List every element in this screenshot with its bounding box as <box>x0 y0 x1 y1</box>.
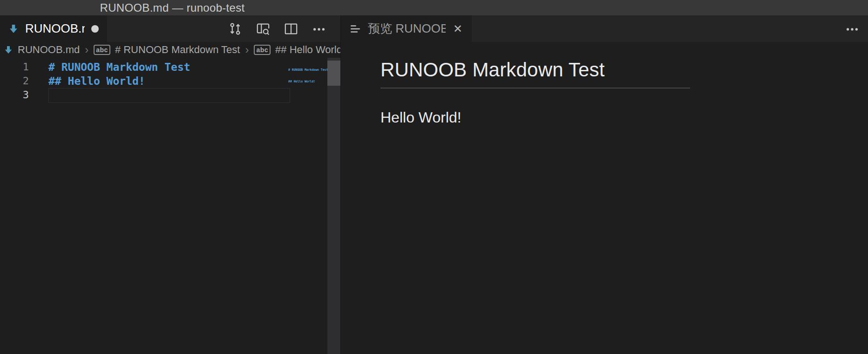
breadcrumb: RUNOOB.md › abc # RUNOOB Markdown Test ›… <box>0 42 340 58</box>
markdown-preview-pane[interactable]: RUNOOB Markdown Test Hello World! <box>341 42 868 354</box>
titlebar: RUNOOB.md — runoob-test <box>0 0 868 15</box>
code-text[interactable]: # RUNOOB Markdown Test <box>48 60 190 74</box>
line-number: 2 <box>0 74 29 88</box>
open-preview-side-icon[interactable] <box>256 21 271 36</box>
code-editor[interactable]: 1 # RUNOOB Markdown Test 2 ## Hello Worl… <box>0 58 340 354</box>
preview-outline-icon <box>349 23 361 35</box>
more-actions-icon[interactable] <box>312 21 326 36</box>
editor-group-source: RUNOOB.md <box>0 15 340 354</box>
markdown-file-icon <box>4 45 13 54</box>
line-number: 3 <box>0 88 29 102</box>
minimap[interactable]: # RUNOOB Markdown Test ## Hello World! <box>288 60 327 125</box>
tab-preview-runoob-md[interactable]: 预览 RUNOOB.md ✕ <box>341 15 472 42</box>
preview-heading-1: RUNOOB Markdown Test <box>380 59 690 88</box>
breadcrumb-separator-icon: › <box>85 43 88 56</box>
symbol-string-icon: abc <box>254 45 271 55</box>
more-actions-icon[interactable] <box>845 21 860 36</box>
line-number: 1 <box>0 60 29 74</box>
open-changes-icon[interactable] <box>228 21 243 36</box>
breadcrumb-heading2[interactable]: ## Hello World! <box>275 44 340 56</box>
modified-indicator-dot[interactable] <box>91 25 99 33</box>
tab-label: RUNOOB.md <box>25 21 85 36</box>
breadcrumb-separator-icon: › <box>245 43 249 56</box>
editor-area: RUNOOB.md <box>0 15 868 354</box>
left-tab-bar: RUNOOB.md <box>0 15 340 42</box>
preview-heading-2: Hello World! <box>380 109 840 126</box>
close-tab-icon[interactable]: ✕ <box>452 22 463 35</box>
window-title: RUNOOB.md — runoob-test <box>0 0 345 15</box>
markdown-file-icon <box>8 24 19 34</box>
split-editor-icon[interactable] <box>284 21 298 36</box>
editor-group-preview: 预览 RUNOOB.md ✕ RUNOOB Markdown Test Hell… <box>340 15 868 354</box>
preview-actions <box>845 15 868 42</box>
tab-label: 预览 RUNOOB.md <box>368 20 446 37</box>
breadcrumb-file[interactable]: RUNOOB.md <box>18 44 80 56</box>
tab-runoob-md[interactable]: RUNOOB.md <box>0 15 107 42</box>
editor-actions <box>228 15 340 42</box>
symbol-string-icon: abc <box>94 45 110 55</box>
scrollbar-thumb[interactable] <box>327 61 340 86</box>
code-text[interactable]: ## Hello World! <box>48 74 145 88</box>
minimap-content: # RUNOOB Markdown Test ## Hello World! <box>288 60 327 91</box>
breadcrumb-heading1[interactable]: # RUNOOB Markdown Test <box>115 44 240 56</box>
right-tab-bar: 预览 RUNOOB.md ✕ <box>341 15 868 42</box>
vscode-window: RUNOOB.md — runoob-test RUNOOB.md <box>0 0 868 354</box>
vertical-scrollbar[interactable] <box>327 58 340 354</box>
